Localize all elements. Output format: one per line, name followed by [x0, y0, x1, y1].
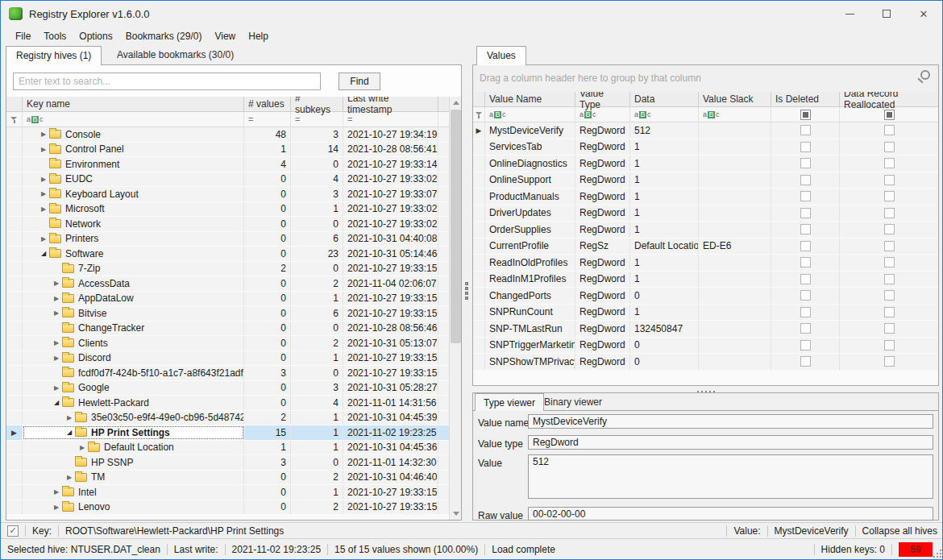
column-value-type[interactable]: Value Type — [575, 92, 630, 106]
value-name-field[interactable]: MystDeviceVerify — [528, 414, 933, 429]
tree-row[interactable]: ▶Discord012021-10-27 19:33:15 — [6, 351, 449, 367]
menu-bookmarks[interactable]: Bookmarks (29/0) — [119, 28, 209, 44]
menu-options[interactable]: Options — [73, 28, 118, 44]
tree-row[interactable]: ▶Console4832021-10-27 19:34:19 — [6, 127, 449, 143]
value-row[interactable]: ChangedPortsRegDword0 — [473, 288, 938, 305]
value-row[interactable]: SNPRunCountRegDword1 — [473, 305, 938, 321]
tree-row[interactable]: Network002021-10-27 19:33:02 — [6, 217, 449, 232]
filter-value-slack[interactable]: aBc — [699, 107, 771, 122]
tree-row[interactable]: ▶Microsoft012021-10-27 19:33:02 — [6, 202, 449, 218]
tab-registry-hives[interactable]: Registry hives (1) — [6, 46, 102, 65]
expand-node-icon[interactable]: ▶ — [52, 384, 61, 392]
scroll-thumb[interactable] — [451, 110, 461, 343]
value-row[interactable]: ReadInOldProfilesRegDword1 — [473, 255, 938, 272]
column-value-slack[interactable]: Value Slack — [699, 92, 771, 106]
value-row[interactable]: SNPShowTMPrivacyRegDword0 — [473, 354, 938, 371]
search-magnifier-icon[interactable] — [920, 70, 930, 80]
expand-node-icon[interactable]: ▶ — [39, 176, 48, 183]
unchecked-checkbox-icon[interactable] — [884, 274, 895, 284]
filter-value-type[interactable]: aBc — [575, 107, 630, 122]
tree-row[interactable]: HP SSNP302021-11-01 14:32:30 — [6, 455, 449, 471]
tree-row[interactable]: ▶TM022021-10-31 04:46:40 — [6, 471, 449, 486]
tree-row[interactable]: ▶AccessData022021-11-04 02:06:07 — [6, 276, 449, 292]
menu-help[interactable]: Help — [242, 28, 275, 44]
unchecked-checkbox-icon[interactable] — [884, 323, 895, 334]
expand-node-icon[interactable]: ▶ — [52, 504, 61, 511]
tree-row[interactable]: ▶Default Location112021-10-31 04:45:36 — [6, 441, 449, 456]
column-num-values[interactable]: # values — [244, 97, 291, 111]
tree-row[interactable]: ChangeTracker002021-10-28 08:56:46 — [6, 321, 449, 337]
tree-row[interactable]: ▶Keyboard Layout032021-10-27 19:33:07 — [6, 187, 449, 202]
unchecked-checkbox-icon[interactable] — [800, 142, 811, 152]
filter-key-name[interactable]: aBc — [23, 112, 244, 127]
unchecked-checkbox-icon[interactable] — [884, 224, 895, 234]
column-data-record-reallocated[interactable]: Data Record Reallocated — [840, 92, 938, 106]
unchecked-checkbox-icon[interactable] — [800, 125, 811, 135]
column-num-subkeys[interactable]: # subkeys — [291, 97, 343, 111]
resize-grip-icon[interactable] — [933, 550, 942, 558]
tab-values[interactable]: Values — [476, 46, 526, 65]
filter-data-record-reallocated[interactable] — [840, 107, 938, 122]
filter-num-values[interactable]: = — [244, 112, 291, 127]
value-row[interactable]: ▶MystDeviceVerifyRegDword512 — [473, 122, 938, 139]
unchecked-checkbox-icon[interactable] — [800, 241, 811, 251]
unchecked-checkbox-icon[interactable] — [800, 323, 811, 334]
collapse-node-icon[interactable]: ◢ — [64, 429, 74, 436]
filter-data[interactable]: aBc — [630, 107, 699, 122]
tab-binary-viewer[interactable]: Binary viewer — [536, 393, 610, 411]
unchecked-checkbox-icon[interactable] — [800, 307, 811, 317]
unchecked-checkbox-icon[interactable] — [800, 224, 811, 234]
unchecked-checkbox-icon[interactable] — [800, 290, 811, 301]
unchecked-checkbox-icon[interactable] — [884, 158, 895, 168]
tree-row[interactable]: ▶Lenovo022021-10-27 19:33:15 — [6, 500, 449, 516]
expand-node-icon[interactable]: ▶ — [39, 190, 48, 197]
unchecked-checkbox-icon[interactable] — [884, 208, 895, 218]
value-row[interactable]: SNP-TMLastRunRegDword132450847 — [473, 321, 938, 338]
expand-node-icon[interactable]: ▶ — [64, 414, 74, 421]
unchecked-checkbox-icon[interactable] — [800, 356, 811, 367]
expand-node-icon[interactable]: ▶ — [52, 309, 61, 317]
scroll-up-icon[interactable] — [450, 97, 461, 109]
unchecked-checkbox-icon[interactable] — [884, 241, 895, 251]
tree-row[interactable]: ◢Hewlett-Packard042021-11-01 14:31:56 — [6, 396, 449, 411]
unchecked-checkbox-icon[interactable] — [884, 125, 895, 135]
tree-row[interactable]: ▶Bitvise062021-10-27 19:33:15 — [6, 306, 449, 321]
scroll-down-icon[interactable] — [450, 508, 461, 520]
value-row[interactable]: OrderSuppliesRegDword1 — [473, 222, 938, 239]
unchecked-checkbox-icon[interactable] — [884, 356, 895, 367]
unchecked-checkbox-icon[interactable] — [884, 175, 895, 185]
unchecked-checkbox-icon[interactable] — [800, 158, 811, 168]
unchecked-checkbox-icon[interactable] — [800, 175, 811, 185]
expand-node-icon[interactable]: ▶ — [52, 355, 61, 362]
unchecked-checkbox-icon[interactable] — [884, 191, 895, 201]
column-last-write[interactable]: Last write timestamp — [343, 97, 438, 111]
value-row[interactable]: CurrentProfileRegSzDefault LocationED-E6 — [473, 239, 938, 255]
tree-row[interactable]: ▶Control Panel1142021-10-28 08:56:41 — [6, 143, 449, 158]
value-row[interactable]: ReadInM1ProfilesRegDword1 — [473, 272, 938, 288]
filter-last-write[interactable]: = — [343, 112, 438, 127]
unchecked-checkbox-icon[interactable] — [884, 257, 895, 268]
unchecked-checkbox-icon[interactable] — [884, 340, 895, 351]
viewer-splitter[interactable] — [472, 386, 939, 392]
unchecked-checkbox-icon[interactable] — [800, 191, 811, 201]
filter-num-subkeys[interactable]: = — [291, 112, 343, 127]
menu-file[interactable]: File — [9, 28, 37, 44]
value-row[interactable]: OnlineSupportRegDword1 — [473, 172, 938, 189]
value-type-field[interactable]: RegDword — [528, 435, 933, 450]
close-button[interactable]: ✕ — [905, 1, 942, 27]
value-row[interactable]: SNPTriggerMarketingRegDword0 — [473, 338, 938, 355]
value-field[interactable]: 512 — [528, 454, 933, 499]
tree-row[interactable]: Environment402021-10-27 19:33:14 — [6, 157, 449, 172]
tree-row[interactable]: ◢Software0232021-10-31 05:14:46 — [6, 247, 449, 262]
unchecked-checkbox-icon[interactable] — [884, 307, 895, 317]
value-row[interactable]: ServicesTabRegDword1 — [473, 139, 938, 156]
value-row[interactable]: OnlineDiagnosticsRegDword1 — [473, 156, 938, 172]
tree-row[interactable]: ▶Clients022021-10-31 05:13:07 — [6, 336, 449, 351]
tree-row[interactable]: ▶Printers062021-10-31 04:40:08 — [6, 232, 449, 247]
tree-row[interactable]: ▶Intel012021-10-27 19:33:15 — [6, 485, 449, 500]
unchecked-checkbox-icon[interactable] — [800, 208, 811, 218]
unchecked-checkbox-icon[interactable] — [800, 274, 811, 284]
expand-node-icon[interactable]: ▶ — [52, 295, 61, 302]
expand-node-icon[interactable]: ▶ — [39, 146, 48, 153]
menu-tools[interactable]: Tools — [37, 28, 73, 44]
